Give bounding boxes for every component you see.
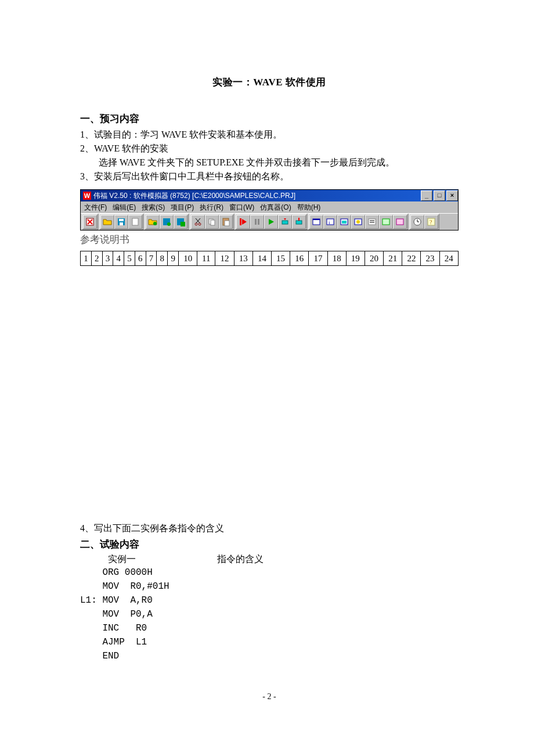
copy-icon[interactable]: [205, 215, 219, 229]
svg-line-15: [196, 218, 200, 223]
num-cell: 9: [168, 251, 179, 266]
cut-icon[interactable]: [191, 215, 205, 229]
svg-rect-5: [120, 222, 123, 225]
svg-point-7: [153, 222, 157, 225]
page-title: 实验一：WAVE 软件使用: [80, 75, 459, 89]
menu-run[interactable]: 执行(R): [200, 203, 223, 213]
num-cell: 19: [346, 251, 365, 266]
app-window: W 伟福 V2.50 : 软件模拟器 (8752) [C:\E2000\SAMP…: [80, 189, 459, 231]
num-cell: 5: [124, 251, 135, 266]
num-cell: 18: [327, 251, 346, 266]
svg-line-14: [196, 218, 200, 223]
svg-rect-31: [342, 221, 347, 224]
example1-label: 实例一: [108, 553, 136, 566]
app-logo-icon: W: [83, 192, 91, 200]
svg-rect-6: [132, 218, 138, 225]
num-cell: 11: [197, 251, 215, 266]
num-cell: 10: [179, 251, 197, 266]
para-install-head: 2、WAVE 软件的安装: [80, 142, 459, 156]
num-cell: 7: [146, 251, 157, 266]
open-icon[interactable]: [100, 215, 114, 229]
page-number: - 2 -: [80, 692, 459, 701]
svg-rect-4: [119, 219, 124, 221]
num-cell: 1: [81, 251, 92, 266]
run-icon[interactable]: [264, 215, 278, 229]
svg-rect-22: [258, 219, 259, 225]
open-project-icon[interactable]: [146, 215, 160, 229]
stepover-icon[interactable]: [278, 215, 292, 229]
new-icon[interactable]: [128, 215, 142, 229]
svg-rect-11: [181, 222, 185, 226]
pause-icon[interactable]: [250, 215, 264, 229]
svg-rect-27: [313, 219, 320, 220]
reset-icon[interactable]: [236, 215, 250, 229]
maximize-button[interactable]: □: [434, 190, 445, 201]
menu-simulator[interactable]: 仿真器(O): [260, 203, 291, 213]
menu-search[interactable]: 搜索(S): [142, 203, 165, 213]
menu-edit[interactable]: 编辑(E): [113, 203, 136, 213]
svg-point-12: [195, 223, 197, 225]
num-cell: 13: [234, 251, 252, 266]
save-project-icon[interactable]: [160, 215, 174, 229]
window3-icon[interactable]: [337, 215, 351, 229]
svg-rect-34: [369, 219, 376, 225]
num-cell: 4: [113, 251, 124, 266]
close-button[interactable]: ×: [446, 190, 458, 201]
minimize-button[interactable]: _: [421, 190, 432, 201]
code-block: ORG 0000H MOV R0,#01H L1: MOV A,R0 MOV P…: [80, 566, 459, 663]
window1-icon[interactable]: [309, 215, 323, 229]
num-cell: 24: [439, 251, 458, 266]
window-title: 伟福 V2.50 : 软件模拟器 (8752) [C:\E2000\SAMPLE…: [93, 191, 420, 201]
num-cell: 23: [421, 251, 439, 266]
window7-icon[interactable]: [393, 215, 407, 229]
save-icon[interactable]: [114, 215, 128, 229]
para-install-detail: 选择 WAVE 文件夹下的 SETUP.EXE 文件并双击接着下一步最后到完成。: [80, 156, 459, 170]
instruction-meaning-head: 指令的含义: [217, 553, 264, 566]
window6-icon[interactable]: [379, 215, 393, 229]
svg-point-9: [167, 222, 171, 226]
num-cell: 6: [135, 251, 146, 266]
svg-rect-17: [211, 220, 215, 225]
para-toolbar-names: 3、安装后写出软件窗口中工具栏中各按钮的名称。: [80, 170, 459, 183]
svg-rect-24: [296, 221, 302, 224]
svg-rect-19: [225, 221, 229, 226]
stepin-icon[interactable]: [292, 215, 306, 229]
svg-rect-20: [240, 218, 241, 225]
svg-rect-38: [396, 219, 403, 225]
reference-note: 参考说明书: [80, 233, 459, 246]
exit-icon[interactable]: [83, 215, 97, 229]
num-cell: 14: [252, 251, 271, 266]
num-cell: 8: [157, 251, 168, 266]
number-table: 123456789101112131415161718192021222324: [80, 251, 459, 266]
menu-help[interactable]: 帮助(H): [297, 203, 321, 213]
compile-icon[interactable]: [174, 215, 187, 229]
toolbar: i ?: [81, 213, 458, 230]
num-cell: 12: [215, 251, 234, 266]
help-icon[interactable]: ?: [424, 215, 438, 229]
window2-icon[interactable]: i: [323, 215, 337, 229]
svg-point-13: [199, 223, 201, 225]
num-cell: 3: [102, 251, 113, 266]
clock-icon[interactable]: [410, 215, 424, 229]
menu-window[interactable]: 窗口(W): [229, 203, 254, 213]
num-cell: 17: [309, 251, 327, 266]
svg-rect-21: [255, 219, 257, 225]
svg-rect-28: [327, 219, 334, 225]
menu-project[interactable]: 项目(P): [171, 203, 194, 213]
titlebar: W 伟福 V2.50 : 软件模拟器 (8752) [C:\E2000\SAMP…: [81, 190, 458, 201]
svg-rect-37: [383, 219, 389, 225]
num-cell: 20: [365, 251, 383, 266]
window4-icon[interactable]: [351, 215, 365, 229]
window5-icon[interactable]: [365, 215, 379, 229]
para-instr-meaning: 4、写出下面二实例各条指令的含义: [80, 521, 459, 535]
svg-point-33: [356, 220, 360, 224]
num-cell: 21: [384, 251, 402, 266]
paste-icon[interactable]: [219, 215, 233, 229]
num-cell: 16: [290, 251, 309, 266]
para-objective: 1、试验目的：学习 WAVE 软件安装和基本使用。: [80, 128, 459, 142]
menu-file[interactable]: 文件(F): [84, 203, 107, 213]
num-cell: 2: [91, 251, 102, 266]
svg-rect-23: [282, 221, 288, 224]
num-cell: 22: [402, 251, 421, 266]
num-cell: 15: [271, 251, 290, 266]
